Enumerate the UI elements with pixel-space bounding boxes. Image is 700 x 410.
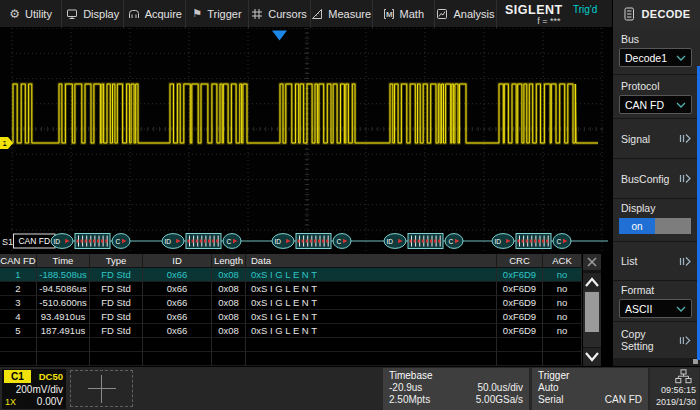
- protocol-select[interactable]: CAN FD: [619, 95, 692, 114]
- brand-area: SIGLENT Trig'd f = ***: [499, 0, 611, 28]
- frame-id-label: ID: [495, 238, 502, 245]
- channel1-badge: C1: [4, 370, 31, 383]
- trigger-descriptor[interactable]: Trigger Auto Serial CAN FD: [532, 368, 648, 410]
- decoded-frame: IDC: [272, 234, 351, 249]
- display-section: Display on: [613, 198, 700, 241]
- analysis-icon: [436, 8, 448, 20]
- frame-crc-label: C: [116, 238, 121, 245]
- flag-icon: ⚑: [192, 8, 202, 20]
- sample-rate: 5.00GSa/s: [476, 394, 523, 405]
- menu-item-trigger[interactable]: ⚑Trigger: [186, 0, 248, 28]
- submenu-arrow-icon: [679, 173, 692, 184]
- plus-icon: [88, 375, 116, 403]
- decode-sidebar: Bus Decode1 Protocol CAN FD Signal B: [612, 28, 700, 366]
- copy-setting-menu-item[interactable]: Copy Setting: [613, 321, 700, 358]
- trigger-type: Serial: [538, 394, 564, 405]
- table-row-empty[interactable]: [0, 338, 612, 352]
- frame-crc-label: C: [557, 238, 562, 245]
- display-toggle-on: on: [619, 218, 655, 234]
- menu-item-display[interactable]: Display: [62, 0, 124, 28]
- protocol-section: Protocol CAN FD: [613, 74, 700, 118]
- list-label: List: [621, 255, 637, 267]
- decode-table-body: CAN FDTimeTypeIDLengthDataCRCACK1-188.50…: [0, 254, 612, 366]
- format-section: Format ASCII: [613, 280, 700, 321]
- submenu-arrow-icon: [679, 133, 692, 144]
- sidebar-footer: [613, 358, 700, 366]
- frame-id-label: ID: [165, 238, 172, 245]
- decode-panel-header: DECODE: [612, 0, 700, 28]
- scroll-down-button[interactable]: [583, 348, 601, 366]
- channel1-waveform: [2, 84, 598, 143]
- timebase-delay: -20.9us: [389, 382, 422, 393]
- channel1-coupling: DC50: [39, 371, 63, 382]
- protocol-select-value: CAN FD: [625, 99, 664, 111]
- decode-protocol-label: CAN FD: [18, 236, 50, 246]
- bus-select[interactable]: Decode1: [619, 48, 692, 67]
- frame-id-label: ID: [275, 238, 282, 245]
- table-scrollbar: [583, 254, 601, 366]
- submenu-arrow-icon: [679, 256, 692, 267]
- scrollbar-thumb[interactable]: [585, 292, 599, 332]
- gear-icon: ⚙: [9, 8, 20, 20]
- menu-item-acquire[interactable]: Acquire: [124, 0, 186, 28]
- menu-item-measure[interactable]: Measure: [311, 0, 373, 28]
- frame-id-label: ID: [54, 238, 61, 245]
- format-select[interactable]: ASCII: [619, 299, 692, 318]
- decode-panel-title: DECODE: [642, 8, 691, 20]
- list-icon: [623, 7, 635, 21]
- column-header-can-fd: CAN FD: [0, 254, 37, 268]
- timebase-scale: 50.0us/div: [477, 382, 523, 393]
- decode-source-label: S1: [2, 237, 13, 247]
- frame-crc-label: C: [449, 238, 454, 245]
- channel1-descriptor[interactable]: C1 DC50 200mV/div 1X 0.00V: [2, 369, 66, 409]
- display-label: Display: [613, 199, 700, 214]
- clock-date: 2019/1/30: [653, 396, 696, 408]
- measure-icon: [311, 8, 323, 20]
- menu-bar: ⚙UtilityDisplayAcquire⚑TriggerCursorsMea…: [0, 0, 700, 28]
- network-icon: [653, 369, 696, 384]
- table-row[interactable]: 1-188.508usFD Std0x660x080xS I G L E N T…: [0, 268, 612, 282]
- channel1-scale: 200mV/div: [2, 384, 66, 395]
- trigger-label: Trigger: [538, 370, 642, 381]
- frame-crc-label: C: [227, 238, 232, 245]
- frequency-counter: f = ***: [499, 16, 599, 26]
- table-row-empty[interactable]: [0, 352, 612, 366]
- trigger-position-marker[interactable]: [272, 31, 287, 41]
- bus-select-value: Decode1: [625, 52, 667, 64]
- decoded-frame: IDC: [162, 234, 241, 249]
- signal-menu-item[interactable]: Signal: [613, 118, 700, 158]
- oscilloscope-screen: ⚙UtilityDisplayAcquire⚑TriggerCursorsMea…: [0, 0, 700, 410]
- trigger-protocol: CAN FD: [605, 394, 642, 405]
- table-row[interactable]: 2-94.5086usFD Std0x660x080xS I G L E N T…: [0, 282, 612, 296]
- display-toggle[interactable]: on: [619, 218, 691, 234]
- svg-text:M: M: [386, 10, 393, 19]
- add-channel-button[interactable]: [70, 370, 133, 407]
- display-toggle-off: [655, 218, 691, 234]
- table-close-button[interactable]: [583, 254, 601, 270]
- waveform-display[interactable]: 1S1CAN FDIDCIDCIDCIDCIDC: [0, 28, 612, 254]
- main-menu: ⚙UtilityDisplayAcquire⚑TriggerCursorsMea…: [0, 0, 497, 28]
- menu-item-utility[interactable]: ⚙Utility: [0, 0, 62, 28]
- decoded-frame: IDC: [492, 234, 571, 249]
- math-icon: M: [383, 8, 395, 20]
- table-row[interactable]: 3-510.600nsFD Std0x660x080xS I G L E N T…: [0, 296, 612, 310]
- format-select-value: ASCII: [625, 303, 652, 315]
- acquire-icon: [128, 8, 140, 20]
- table-row[interactable]: 493.4910usFD Std0x660x080xS I G L E N T0…: [0, 310, 612, 324]
- timebase-descriptor[interactable]: Timebase -20.9us 50.0us/div 2.50Mpts 5.0…: [383, 368, 529, 410]
- decoded-frame: IDC: [384, 234, 463, 249]
- menu-item-analysis[interactable]: Analysis: [435, 0, 497, 28]
- busconfig-menu-item[interactable]: BusConfig: [613, 158, 700, 198]
- clock-time: 09:56:15: [653, 384, 696, 396]
- copy-setting-label: Copy Setting: [621, 328, 679, 352]
- scroll-up-button[interactable]: [583, 273, 601, 290]
- column-header-data: Data: [246, 254, 497, 268]
- table-row[interactable]: 5187.491usFD Std0x660x080xS I G L E N T0…: [0, 324, 612, 338]
- channel1-probe: 1X: [5, 397, 16, 407]
- cursors-icon: [251, 8, 263, 20]
- submenu-arrow-icon: [679, 335, 692, 346]
- menu-item-math[interactable]: MMath: [373, 0, 435, 28]
- menu-item-cursors[interactable]: Cursors: [249, 0, 311, 28]
- bus-label: Bus: [613, 28, 700, 45]
- list-menu-item[interactable]: List: [613, 241, 700, 280]
